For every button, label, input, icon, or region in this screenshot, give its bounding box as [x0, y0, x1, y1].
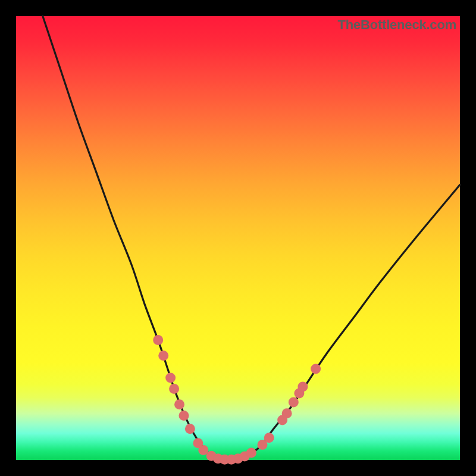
scatter-dot [264, 433, 274, 443]
scatter-dot [289, 397, 299, 408]
scatter-dots-group [153, 335, 321, 465]
scatter-dot [169, 384, 179, 394]
scatter-dot [311, 364, 321, 374]
chart-frame: TheBottleneck.com [0, 0, 476, 476]
scatter-dot [179, 411, 189, 421]
chart-svg [16, 16, 460, 460]
scatter-dot [282, 408, 292, 418]
scatter-dot [185, 424, 195, 434]
scatter-dot [165, 373, 176, 383]
scatter-dot [158, 350, 168, 361]
scatter-dot [246, 448, 256, 458]
watermark-label: TheBottleneck.com [334, 16, 460, 35]
scatter-dot [174, 399, 184, 409]
scatter-dot [153, 335, 163, 345]
scatter-dot [298, 381, 308, 392]
bottleneck-curve [43, 16, 460, 461]
